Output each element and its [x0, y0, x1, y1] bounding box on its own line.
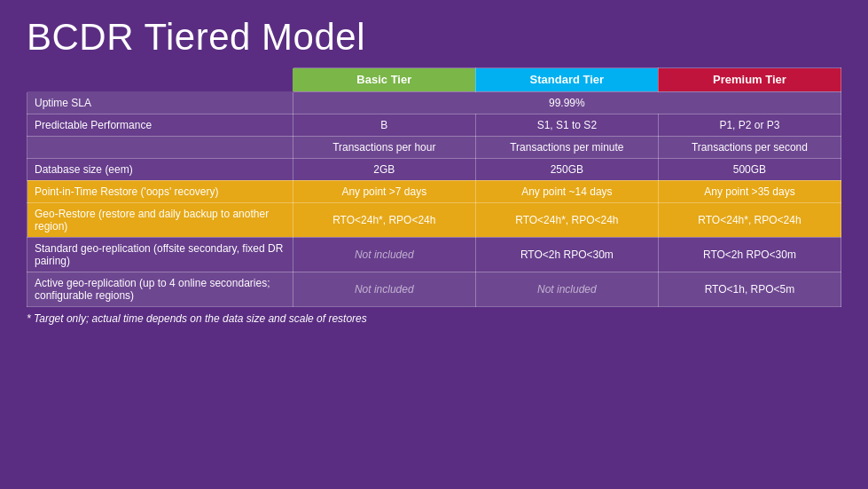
row-feature-label: Predictable Performance — [27, 114, 293, 136]
row-feature-label: Point-in-Time Restore ('oops' recovery) — [27, 180, 293, 202]
row-value-standard: Any point ~14 days — [475, 180, 658, 202]
page-title: BCDR Tiered Model — [0, 0, 868, 67]
table-row: Uptime SLA 99.99% — [27, 91, 841, 114]
row-value-premium: RTO<24h*, RPO<24h — [658, 202, 841, 237]
row-value-premium: RTO<2h RPO<30m — [658, 237, 841, 272]
row-value-standard: RTO<2h RPO<30m — [475, 237, 658, 272]
table-row: Standard geo-replication (offsite second… — [27, 237, 841, 272]
table-row: Transactions per hour Transactions per m… — [27, 136, 841, 158]
row-feature-label: Database size (eem) — [27, 158, 293, 180]
row-feature-label: Standard geo-replication (offsite second… — [27, 237, 293, 272]
row-value-standard: S1, S1 to S2 — [475, 114, 658, 136]
table-row: Database size (eem) 2GB 250GB 500GB — [27, 158, 841, 180]
row-value-basic: Not included — [293, 272, 475, 306]
row-value-standard: Transactions per minute — [475, 136, 658, 158]
row-value-premium: P1, P2 or P3 — [658, 114, 841, 136]
row-value-basic: Any point >7 days — [293, 180, 475, 202]
row-value-basic: Transactions per hour — [293, 136, 475, 158]
row-feature-label — [27, 136, 293, 158]
row-value-premium: Transactions per second — [658, 136, 841, 158]
row-value-premium: 500GB — [658, 158, 841, 180]
row-value-standard: 250GB — [475, 158, 658, 180]
header-standard: Standard Tier — [475, 68, 658, 92]
row-value-standard: RTO<24h*, RPO<24h — [475, 202, 658, 237]
header-basic: Basic Tier — [293, 68, 475, 92]
row-value-premium: RTO<1h, RPO<5m — [658, 272, 841, 306]
row-value-premium: Any point >35 days — [658, 180, 841, 202]
row-value-basic: RTO<24h*, RPO<24h — [293, 202, 475, 237]
row-value-basic: B — [293, 114, 475, 136]
bcdr-table: Basic Tier Standard Tier Premium Tier Up… — [27, 67, 841, 307]
row-feature-label: Uptime SLA — [27, 91, 293, 114]
row-value-standard: Not included — [475, 272, 658, 306]
row-value-basic: Not included — [293, 237, 475, 272]
table-row: Active geo-replication (up to 4 online s… — [27, 272, 841, 306]
row-value-basic: 2GB — [293, 158, 475, 180]
table-row: Predictable Performance B S1, S1 to S2 P… — [27, 114, 841, 136]
table-row: Point-in-Time Restore ('oops' recovery) … — [27, 180, 841, 202]
table-row: Geo-Restore (restore and daily backup to… — [27, 202, 841, 237]
row-feature-label: Active geo-replication (up to 4 online s… — [27, 272, 293, 306]
row-feature-label: Geo-Restore (restore and daily backup to… — [27, 202, 293, 237]
row-value-span: 99.99% — [293, 91, 841, 114]
footer-note: * Target only; actual time depends on th… — [0, 307, 868, 330]
header-premium: Premium Tier — [658, 68, 841, 92]
